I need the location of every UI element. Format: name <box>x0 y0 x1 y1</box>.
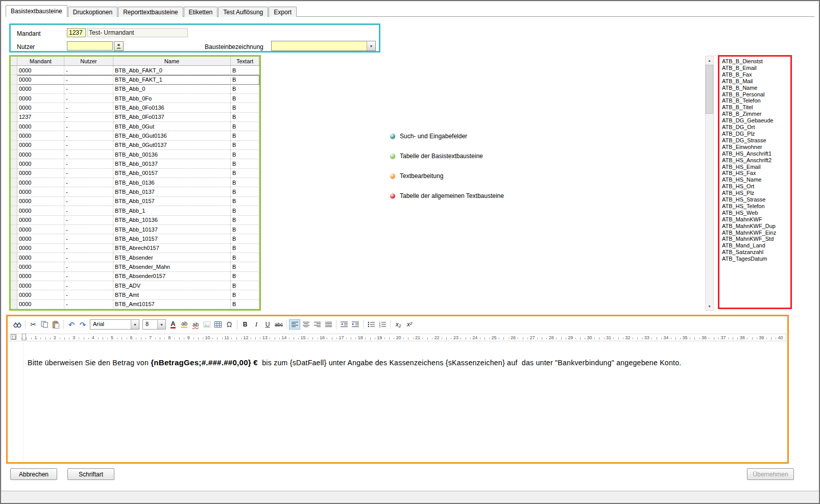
atb-item[interactable]: ATB_TagesDatum <box>722 256 788 262</box>
table-row[interactable]: 0000-BTB_Abb_10137B <box>11 225 259 234</box>
table-row[interactable]: 0000-BTB_Abb_00136B <box>11 150 259 159</box>
table-row[interactable]: 0000-BTB_Absender0157B <box>11 272 259 281</box>
atb-item[interactable]: ATB_MahnKWF <box>722 216 788 223</box>
nutzer-lookup-button[interactable] <box>114 41 124 51</box>
atb-item[interactable]: ATB_MahnKWF_Std <box>722 236 788 242</box>
undo-icon[interactable]: ↶ <box>66 319 77 330</box>
italic-icon[interactable]: I <box>251 319 262 330</box>
cut-icon[interactable]: ✂ <box>28 319 39 330</box>
editor-text-area[interactable]: Bitte überweisen Sie den Betrag von {nBe… <box>8 343 787 462</box>
row-selector[interactable] <box>11 159 17 168</box>
tab-reporttextbausteine[interactable]: Reporttextbausteine <box>118 7 183 17</box>
table-row[interactable]: 0000-BTB_Abb_0Gut0136B <box>11 131 259 140</box>
atb-item[interactable]: ATB_DG_Plz <box>722 131 788 137</box>
atb-item[interactable]: ATB_HS_Web <box>722 210 788 216</box>
row-selector[interactable] <box>11 141 17 150</box>
atb-item[interactable]: ATB_MahnKWF_Einz <box>722 230 788 236</box>
increase-indent-icon[interactable] <box>350 319 361 330</box>
row-selector[interactable] <box>11 113 17 122</box>
tab-basistextbausteine[interactable]: Basistextbausteine <box>6 5 67 17</box>
row-selector[interactable] <box>11 300 17 309</box>
tab-export[interactable]: Export <box>269 7 297 17</box>
atb-item[interactable]: ATB_Satzanzahl <box>722 249 788 256</box>
decrease-indent-icon[interactable] <box>339 319 350 330</box>
row-selector[interactable] <box>11 197 17 206</box>
schriftart-button[interactable]: Schriftart <box>67 468 114 480</box>
subscript-icon[interactable]: x₂ <box>393 319 404 330</box>
vertical-scrollbar[interactable]: ▲ ▼ <box>705 56 714 311</box>
special-character-icon[interactable]: Ω <box>224 319 235 330</box>
atb-item[interactable]: ATB_DG_Ort <box>722 124 788 131</box>
atb-item[interactable]: ATB_Mand_Land <box>722 242 788 249</box>
bullet-list-icon[interactable] <box>366 319 377 330</box>
align-right-icon[interactable] <box>311 319 323 330</box>
atb-item[interactable]: ATB_B_Personal <box>722 91 788 98</box>
table-row[interactable]: 0000-BTB_Absender_MahnB <box>11 262 259 271</box>
atb-item[interactable]: ATB_Einwohner <box>722 144 788 150</box>
table-row[interactable]: 0000-BTB_Abb_0B <box>11 85 259 94</box>
align-center-icon[interactable] <box>300 319 311 330</box>
row-selector[interactable] <box>11 122 17 131</box>
table-row[interactable]: 0000-BTB_AmtB <box>11 290 259 299</box>
atb-item[interactable]: ATB_HS_Fax <box>722 170 788 177</box>
row-selector[interactable] <box>11 85 17 94</box>
atb-item[interactable]: ATB_HS_Anschrift2 <box>722 157 788 164</box>
image-icon[interactable] <box>201 319 212 330</box>
find-icon[interactable] <box>12 319 23 330</box>
row-selector[interactable] <box>11 281 17 290</box>
mandant-number-field[interactable]: 1237 <box>67 28 86 37</box>
table-row[interactable]: 0000-BTB_Abb_FAKT_1B <box>11 75 259 84</box>
column-header-nutzer[interactable]: Nutzer <box>64 57 113 66</box>
row-selector[interactable] <box>11 216 17 225</box>
margin-marker-icon[interactable] <box>22 334 26 340</box>
row-selector[interactable] <box>11 150 17 159</box>
bold-icon[interactable]: B <box>239 319 251 330</box>
underline-icon[interactable]: U <box>262 319 273 330</box>
row-selector[interactable] <box>11 169 17 178</box>
editor-content[interactable]: Bitte überweisen Sie den Betrag von {nBe… <box>28 357 776 369</box>
table-row[interactable]: 0000-BTB_Abb_10136B <box>11 216 259 225</box>
tab-etiketten[interactable]: Etiketten <box>184 7 218 17</box>
table-row[interactable]: 0000-BTB_Abrech0157B <box>11 244 259 253</box>
row-selector[interactable] <box>11 94 17 103</box>
atb-item[interactable]: ATB_HS_Ort <box>722 183 788 190</box>
table-row[interactable]: 0000-BTB_Abb_0GutB <box>11 122 259 131</box>
row-selector[interactable] <box>11 75 17 84</box>
table-row[interactable]: 0000-BTB_Abb_00137B <box>11 159 259 168</box>
chevron-down-icon[interactable]: ▼ <box>157 320 165 329</box>
table-row[interactable]: 0000-BTB_Abb_00157B <box>11 169 259 178</box>
atb-item[interactable]: ATB_DG_Gebaeude <box>722 117 788 124</box>
atb-item[interactable]: ATB_HS_Name <box>722 177 788 183</box>
row-selector[interactable] <box>11 234 17 243</box>
atb-item[interactable]: ATB_HS_Anschrift1 <box>722 150 788 157</box>
atb-item[interactable]: ATB_HS_Email <box>722 164 788 170</box>
atb-item[interactable]: ATB_B_Email <box>722 65 788 71</box>
table-row[interactable]: 0000-BTB_Amt10157B <box>11 300 259 309</box>
atb-item[interactable]: ATB_B_Titel <box>722 104 788 111</box>
row-selector[interactable] <box>11 178 17 187</box>
table-row[interactable]: 1237-BTB_Abb_0Fo0137B <box>11 113 259 122</box>
strikethrough-icon[interactable]: abc <box>273 319 284 330</box>
table-row[interactable]: 0000-BTB_Abb_0Gut0137B <box>11 141 259 150</box>
atb-item[interactable]: ATB_B_Dienstst <box>722 58 788 65</box>
justify-icon[interactable] <box>323 319 334 330</box>
chevron-down-icon[interactable]: ▼ <box>131 320 139 329</box>
table-row[interactable]: 0000-BTB_Abb_10157B <box>11 234 259 243</box>
scroll-down-button[interactable]: ▼ <box>706 302 713 310</box>
tab-test-auflösung[interactable]: Test Auflösung <box>218 7 268 17</box>
tab-druckoptionen[interactable]: Druckoptionen <box>68 7 117 17</box>
row-selector[interactable] <box>11 187 17 196</box>
atb-item[interactable]: ATB_HS_Plz <box>722 190 788 196</box>
atb-item[interactable]: ATB_B_Mail <box>722 78 788 85</box>
font-color-icon[interactable]: A <box>167 319 179 330</box>
row-selector[interactable] <box>11 290 17 299</box>
font-family-select[interactable]: Arial ▼ <box>90 319 139 330</box>
column-header-mandant[interactable]: Mandant <box>17 57 64 66</box>
table-row[interactable]: 0000-BTB_Abb_0FoB <box>11 94 259 103</box>
atb-item[interactable]: ATB_DG_Strasse <box>722 137 788 144</box>
uebernehmen-button[interactable]: Übernehmen <box>747 468 794 480</box>
atb-item[interactable]: ATB_HS_Strasse <box>722 196 788 203</box>
abbrechen-button[interactable]: Abbrechen <box>10 468 57 480</box>
table-row[interactable]: 0000-BTB_Abb_1B <box>11 206 259 215</box>
superscript-icon[interactable]: x² <box>404 319 415 330</box>
